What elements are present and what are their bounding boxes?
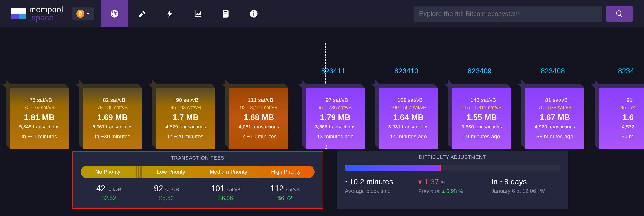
- block-eta: In ~20 minutes: [168, 133, 204, 140]
- block-fee-range: 70 - 79 sat/vB: [24, 105, 54, 111]
- block-tx-count: 4,532: [622, 124, 634, 130]
- logo-text-top: mempool: [29, 6, 63, 14]
- block-eta: In ~30 minutes: [95, 133, 130, 140]
- search-input[interactable]: [414, 6, 602, 22]
- block-age: 14 minutes ago: [390, 133, 427, 140]
- book-icon: [222, 9, 230, 18]
- block-size: 1.79 MB: [320, 113, 350, 122]
- mined-block[interactable]: 823409 ~143 sat/vB 115 - 1,311 sat/vB 1.…: [448, 67, 511, 149]
- pending-blocks-lane: sat/vB MB sactions inutes ~75 sat/vB 70 …: [0, 41, 288, 149]
- info-icon: [249, 9, 258, 18]
- difficulty-change-unit: %: [441, 180, 446, 186]
- fee-usd-none: $2.52: [80, 195, 137, 202]
- block-tx-count: 5,345 transactions: [19, 124, 60, 130]
- block-fee-rate: ~97 sat/vB: [322, 97, 348, 103]
- logo-text-bottom: .space: [29, 14, 63, 22]
- search-button[interactable]: [606, 6, 633, 22]
- block-tx-count: 4,920 transactions: [535, 124, 575, 130]
- blocks-area: sat/vB MB sactions inutes ~75 sat/vB 70 …: [0, 28, 644, 149]
- mined-blocks-lane: 823411 ~97 sat/vB 91 - 736 sat/vB 1.79 M…: [302, 41, 644, 149]
- block-fee-range: 115 - 1,311 sat/vB: [462, 105, 502, 111]
- block-height[interactable]: 8234: [618, 67, 634, 75]
- fee-rate-med: 101: [211, 184, 224, 193]
- logo-text: mempool .space: [29, 6, 63, 22]
- block-size: 1.55 MB: [466, 113, 497, 122]
- bolt-icon: [166, 9, 175, 18]
- transaction-fees-panel: TRANSACTION FEES No Priority Low Priorit…: [72, 151, 323, 209]
- block-tx-count: 3,566 transactions: [315, 124, 356, 130]
- fee-rate-high: 112: [270, 184, 284, 193]
- difficulty-eta: In ~8 days January 6 at 12:06 PM: [491, 177, 560, 194]
- nav-docs[interactable]: [212, 0, 240, 28]
- fees-title: TRANSACTION FEES: [72, 152, 323, 166]
- header: mempool .space ₿: [0, 0, 644, 28]
- bitcoin-icon: ₿: [76, 10, 84, 18]
- block-tx-count: 5,067 transactions: [92, 124, 133, 130]
- fee-unit: sat/vB: [165, 187, 179, 192]
- nav-about[interactable]: [240, 0, 268, 28]
- block-height[interactable]: 823410: [394, 67, 418, 75]
- pending-block[interactable]: ~75 sat/vB 70 - 79 sat/vB 1.81 MB 5,345 …: [6, 68, 69, 149]
- block-tx-count: 3,680 transactions: [462, 124, 502, 130]
- pending-block[interactable]: ~82 sat/vB 79 - 86 sat/vB 1.69 MB 5,067 …: [79, 68, 142, 149]
- block-fee-rate: ~143 sat/vB: [467, 97, 496, 103]
- nav-graphs[interactable]: [184, 0, 212, 28]
- block-height[interactable]: 823411: [321, 67, 345, 75]
- mined-block[interactable]: 8234 ~91 85 - 74 1.6 4,532 60 mi: [594, 67, 644, 149]
- block-tx-count: 3,981 transactions: [388, 124, 429, 130]
- block-age: 60 mi: [622, 133, 635, 140]
- mined-block[interactable]: 823411 ~97 sat/vB 91 - 736 sat/vB 1.79 M…: [302, 67, 365, 149]
- fee-value-low: 92 sat/vB $5.52: [137, 184, 196, 202]
- difficulty-progress-bar: [345, 165, 560, 171]
- pending-block[interactable]: ~111 sat/vB 92 - 3,441 sat/vB 1.68 MB 4,…: [226, 68, 288, 149]
- panels: TRANSACTION FEES No Priority Low Priorit…: [0, 151, 644, 209]
- block-fee-range: 75 - 578 sat/vB: [538, 105, 572, 111]
- nav-mining[interactable]: [128, 0, 156, 28]
- mined-block[interactable]: 823410 ~109 sat/vB 100 - 567 sat/vB 1.64…: [375, 67, 438, 149]
- block-fee-rate: ~81 sat/vB: [542, 97, 568, 103]
- block-fee-range: 79 - 86 sat/vB: [97, 105, 128, 111]
- block-size: 1.81 MB: [24, 113, 54, 122]
- block-height[interactable]: 823408: [541, 67, 565, 75]
- block-fee-rate: ~111 sat/vB: [244, 97, 273, 103]
- fee-seg-gradient: Low Priority Medium Priority High Priori…: [142, 166, 314, 178]
- difficulty-change: ▾ 1.37 % Previous: ▴ 6.98 %: [418, 177, 487, 194]
- fee-rate-none: 42: [96, 184, 105, 193]
- block-fee-range: 85 - 74: [620, 105, 636, 111]
- difficulty-avg-time: ~10.2 minutes Average block time: [345, 177, 414, 194]
- block-eta: In ~10 minutes: [241, 133, 277, 140]
- fee-usd-low: $5.52: [137, 195, 196, 202]
- block-size: 1.68 MB: [244, 113, 274, 122]
- dashboard-icon: [110, 9, 119, 18]
- block-height[interactable]: 823409: [468, 67, 492, 75]
- difficulty-eta-date: January 6 at 12:06 PM: [491, 188, 560, 194]
- block-fee-rate: ~90 sat/vB: [173, 97, 198, 103]
- pending-block[interactable]: ~90 sat/vB 85 - 93 sat/vB 1.7 MB 4,529 t…: [152, 68, 215, 149]
- block-fee-rate: ~91: [624, 97, 633, 103]
- block-size: 1.64 MB: [393, 113, 424, 122]
- block-tx-count: 4,529 transactions: [166, 124, 206, 130]
- difficulty-prev-unit: %: [458, 188, 463, 194]
- logo[interactable]: mempool .space: [11, 6, 63, 22]
- network-selector[interactable]: ₿: [72, 8, 94, 20]
- fee-label-low: Low Priority: [142, 169, 200, 175]
- fee-stripes: [135, 166, 142, 178]
- mined-block[interactable]: 823408 ~81 sat/vB 75 - 578 sat/vB 1.67 M…: [522, 67, 584, 149]
- chevron-down-icon: [87, 13, 90, 15]
- fee-unit: sat/vB: [108, 187, 121, 192]
- svg-point-2: [253, 11, 254, 12]
- fee-usd-med: $6.06: [196, 195, 255, 202]
- block-size: 1.67 MB: [540, 113, 570, 122]
- fee-seg-no-priority: No Priority: [80, 166, 135, 178]
- fee-usd-high: $6.72: [255, 195, 314, 202]
- block-eta: In ~41 minutes: [22, 133, 57, 140]
- block-age: 19 minutes ago: [463, 133, 500, 140]
- difficulty-eta-val: In ~8 days: [491, 177, 560, 186]
- difficulty-title: DIFFICULTY ADJUSTMENT: [337, 151, 568, 165]
- nav-dashboard[interactable]: [100, 0, 128, 28]
- nav-lightning[interactable]: [156, 0, 184, 28]
- block-size: 1.69 MB: [97, 113, 128, 122]
- block-fee-range: 91 - 736 sat/vB: [319, 105, 352, 111]
- difficulty-stats: ~10.2 minutes Average block time ▾ 1.37 …: [337, 177, 568, 201]
- avg-block-time: ~10.2 minutes: [345, 177, 414, 186]
